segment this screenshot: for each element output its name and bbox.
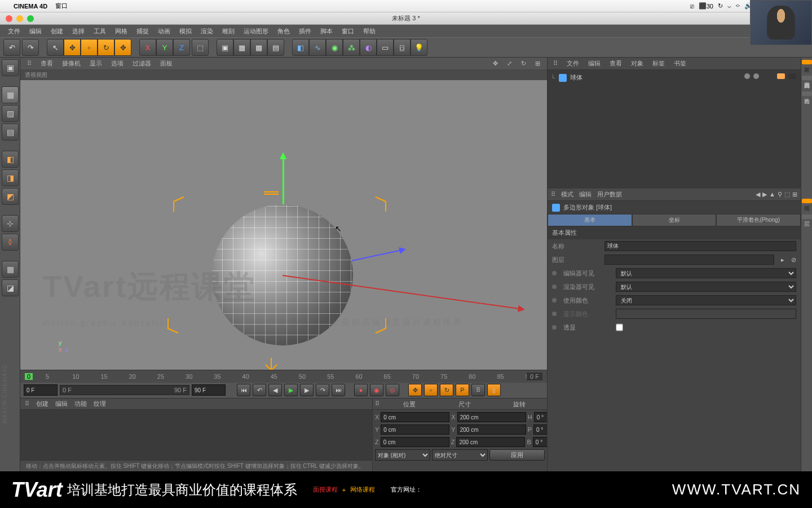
add-light[interactable]: 💡 <box>411 39 427 56</box>
menu-snap[interactable]: 捕捉 <box>133 26 152 37</box>
undo-button[interactable]: ↶ <box>3 39 20 56</box>
obj-bookmarks[interactable]: 书签 <box>672 58 689 69</box>
menu-character[interactable]: 角色 <box>274 26 293 37</box>
vp-pan-icon[interactable]: ✥ <box>489 59 501 68</box>
next-key[interactable]: ↷ <box>316 384 329 396</box>
menu-script[interactable]: 脚本 <box>317 26 336 37</box>
phong-tag[interactable] <box>777 73 785 79</box>
mac-menu-window[interactable]: 窗口 <box>55 2 68 10</box>
sidetab-browser[interactable]: 内容浏览器 <box>802 76 812 80</box>
move-tool[interactable]: ✥ <box>64 39 81 56</box>
texture-mode[interactable]: ▨ <box>2 105 19 122</box>
obj-file[interactable]: 文件 <box>564 58 581 69</box>
name-field[interactable] <box>604 241 796 251</box>
search-icon[interactable]: ⚲ <box>778 191 782 198</box>
new-icon[interactable]: ⊞ <box>792 191 797 198</box>
menu-create[interactable]: 创建 <box>47 26 67 37</box>
viewport-solo[interactable]: ◪ <box>2 279 19 296</box>
close-button[interactable] <box>6 15 12 22</box>
range-start[interactable] <box>24 384 58 396</box>
lasttool[interactable]: ✥ <box>114 39 131 56</box>
pos-y[interactable] <box>381 424 449 435</box>
next-frame[interactable]: ▶ <box>300 384 314 396</box>
size-y[interactable] <box>457 424 526 435</box>
coord-mode2[interactable]: 绝对尺寸 <box>432 449 487 461</box>
size-z[interactable] <box>456 437 525 447</box>
render-view[interactable]: ▣ <box>217 39 233 56</box>
grip-icon[interactable]: ⠿ <box>551 191 555 198</box>
vis-editor-dot[interactable] <box>744 73 750 79</box>
pos-key[interactable]: ✥ <box>408 384 422 396</box>
attr-mode[interactable]: 模式 <box>561 190 573 199</box>
menu-help[interactable]: 帮助 <box>360 26 379 37</box>
playhead[interactable]: 0 <box>25 373 33 380</box>
tag-icon[interactable] <box>788 73 796 79</box>
material-list[interactable] <box>20 410 372 460</box>
obj-tags[interactable]: 标签 <box>650 58 667 69</box>
workplane-mode[interactable]: ▤ <box>2 124 19 141</box>
pos-z[interactable] <box>381 437 449 447</box>
add-spline[interactable]: ∿ <box>309 39 326 56</box>
add-deformer[interactable]: ◐ <box>360 39 377 56</box>
layer-picker-icon[interactable]: ▸ <box>779 256 787 264</box>
vp-display[interactable]: 显示 <box>86 58 105 69</box>
wifi-icon[interactable]: ⌔ <box>736 3 740 10</box>
menu-simulate[interactable]: 模拟 <box>176 26 195 37</box>
add-array[interactable]: ⁂ <box>343 39 360 56</box>
make-editable[interactable]: ▣ <box>2 59 19 76</box>
menu-animate[interactable]: 动画 <box>155 26 174 37</box>
mat-create[interactable]: 创建 <box>36 400 48 408</box>
vp-camera[interactable]: 摄像机 <box>59 58 84 69</box>
point-mode[interactable]: ◧ <box>2 151 19 168</box>
axis-mode[interactable]: ⊹ <box>2 215 19 232</box>
menu-edit[interactable]: 编辑 <box>26 26 45 37</box>
layer-clear-icon[interactable]: ⊘ <box>791 256 796 264</box>
vp-filter[interactable]: 过滤器 <box>129 58 155 69</box>
vp-toggle-icon[interactable]: ⊞ <box>532 59 544 68</box>
keyopts-button[interactable]: ◎ <box>386 384 399 396</box>
rot-key[interactable]: ↻ <box>440 384 453 396</box>
xray-checkbox[interactable] <box>616 322 623 332</box>
grip-icon[interactable]: ⠿ <box>25 400 29 408</box>
grip-icon[interactable]: ⠿ <box>373 398 382 409</box>
object-name[interactable]: 球体 <box>570 73 582 82</box>
play-button[interactable]: ▶ <box>284 384 298 396</box>
minimize-button[interactable] <box>16 15 23 22</box>
redo-button[interactable]: ↷ <box>22 39 39 56</box>
keymode2[interactable]: ▯ <box>487 384 501 396</box>
render-settings[interactable]: ▤ <box>267 39 284 56</box>
prev-key[interactable]: ↶ <box>253 384 266 396</box>
render-vis-select[interactable]: 默认 <box>616 282 796 292</box>
tab-coord[interactable]: 坐标 <box>632 214 717 226</box>
zoom-button[interactable] <box>27 15 34 22</box>
tab-basic[interactable]: 基本 <box>548 214 632 226</box>
editor-vis-select[interactable]: 默认 <box>616 268 796 278</box>
menu-mograph[interactable]: 运动图形 <box>240 26 272 37</box>
attr-userdata[interactable]: 用户数据 <box>597 190 622 199</box>
coord-system[interactable]: ⬚ <box>192 39 209 56</box>
size-x[interactable] <box>457 412 526 422</box>
nav-back-icon[interactable]: ◀ <box>756 191 760 198</box>
z-axis-lock[interactable]: Z <box>173 39 190 56</box>
rotate-tool[interactable]: ↻ <box>98 39 114 56</box>
y-axis-lock[interactable]: Y <box>156 39 173 56</box>
apply-button[interactable]: 应用 <box>489 449 545 461</box>
sync-icon[interactable]: ↻ <box>718 2 723 10</box>
screen-icon[interactable]: ⎚ <box>690 3 694 10</box>
obj-view[interactable]: 查看 <box>607 58 624 69</box>
add-nurbs[interactable]: ◉ <box>326 39 343 56</box>
add-camera[interactable]: ⌼ <box>394 39 411 56</box>
nav-up-icon[interactable]: ▲ <box>769 191 775 198</box>
grip-icon[interactable]: ⠿ <box>551 59 560 68</box>
record-button[interactable]: ● <box>354 384 368 396</box>
vp-view[interactable]: 查看 <box>37 58 56 69</box>
nav-fwd-icon[interactable]: ▶ <box>762 191 767 198</box>
keymode1[interactable]: ⠿ <box>471 384 485 396</box>
param-key[interactable]: P <box>456 384 469 396</box>
coord-mode1[interactable]: 对象 (相对) <box>375 449 430 461</box>
range-slider[interactable]: 0 F90 F <box>60 385 189 395</box>
vp-options[interactable]: 选项 <box>108 58 127 69</box>
select-tool[interactable]: ↖ <box>47 39 64 56</box>
tab-phong[interactable]: 平滑着色(Phong) <box>716 214 801 226</box>
render-pv[interactable]: ▩ <box>250 39 267 56</box>
